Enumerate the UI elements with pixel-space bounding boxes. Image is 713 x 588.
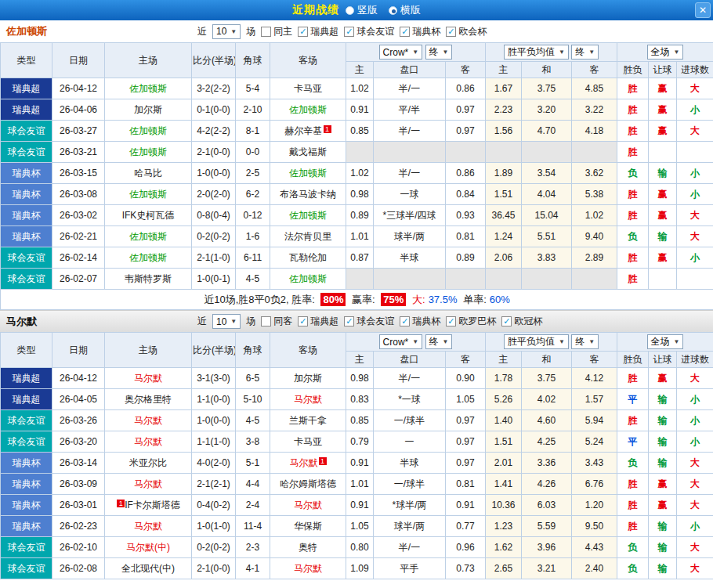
- league-filter[interactable]: ✓欧冠杯: [501, 315, 542, 328]
- match-count-select[interactable]: 10 ▼: [212, 314, 241, 329]
- result-outcome: 胜: [617, 368, 649, 389]
- away-team[interactable]: 马尔默: [290, 457, 318, 468]
- home-team-cell: 哈马比: [105, 163, 192, 184]
- away-team[interactable]: 加尔斯: [294, 373, 322, 384]
- league-filter[interactable]: ✓球会友谊: [344, 315, 394, 328]
- avg-source-select[interactable]: 胜平负均值 ▼: [504, 334, 569, 349]
- league-filter[interactable]: ✓球会友谊: [344, 25, 394, 38]
- layout-option-horizontal[interactable]: 横版: [389, 3, 421, 17]
- match-score: 4-0(2-0): [192, 453, 236, 474]
- avg-home-odds: 2.23: [486, 99, 522, 121]
- home-team[interactable]: 佐加顿斯: [129, 146, 167, 157]
- away-team[interactable]: 赫尔辛基: [285, 125, 323, 136]
- col-result-outcome: 胜负: [617, 62, 649, 78]
- league-filter[interactable]: ✓瑞典杯: [400, 315, 440, 328]
- away-team[interactable]: 布洛马波卡纳: [280, 189, 336, 200]
- odds-final-select[interactable]: 终 ▼: [425, 45, 453, 60]
- match-score: 1-0(1-0): [192, 516, 236, 537]
- fulltime-select[interactable]: 全场 ▼: [647, 334, 684, 349]
- odds-handicap: 平手: [374, 558, 446, 579]
- odds-away: 0.96: [446, 537, 486, 558]
- home-team[interactable]: 佐加顿斯: [129, 252, 167, 263]
- odds-source-select[interactable]: Crow* ▼: [379, 334, 423, 349]
- home-team[interactable]: 马尔默: [134, 478, 162, 489]
- away-team[interactable]: 佐加顿斯: [289, 104, 327, 115]
- avg-final-select[interactable]: 终 ▼: [571, 45, 599, 60]
- home-team[interactable]: 马尔默: [134, 415, 162, 426]
- odds-away: [446, 269, 486, 290]
- avg-home-odds: 2.06: [486, 247, 522, 269]
- avg-home-odds: 1.41: [486, 474, 522, 495]
- home-team[interactable]: 全北现代(中): [121, 563, 175, 574]
- home-team[interactable]: IF卡尔斯塔德: [125, 500, 180, 510]
- away-team[interactable]: 佐加顿斯: [289, 210, 327, 221]
- away-team[interactable]: 马尔默: [294, 500, 322, 510]
- away-team[interactable]: 卡马亚: [294, 83, 322, 94]
- league-filter[interactable]: ✓瑞典杯: [400, 25, 440, 38]
- home-team[interactable]: 奥尔格里特: [125, 394, 172, 405]
- away-team[interactable]: 奥特: [299, 542, 317, 553]
- away-team[interactable]: 华保斯: [294, 521, 322, 532]
- avg-source-select[interactable]: 胜平负均值 ▼: [504, 45, 569, 60]
- home-team[interactable]: 马尔默: [134, 521, 162, 532]
- league-filter[interactable]: ✓瑞典超: [298, 25, 338, 38]
- page-title: 近期战绩: [292, 3, 339, 17]
- col-header-away: 客场: [270, 43, 346, 78]
- away-team[interactable]: 佐加顿斯: [289, 273, 327, 284]
- home-team[interactable]: 佐加顿斯: [129, 125, 167, 136]
- chevron-down-icon: ▼: [588, 338, 595, 345]
- match-date: 26-02-10: [52, 537, 105, 558]
- away-team[interactable]: 法尔肯贝里: [284, 231, 331, 242]
- away-team[interactable]: 哈尔姆斯塔德: [280, 478, 336, 489]
- team-name: 佐加顿斯: [0, 24, 47, 38]
- away-team[interactable]: 卡马亚: [294, 436, 322, 447]
- match-score: 4-2(2-2): [192, 121, 236, 142]
- odds-source-select[interactable]: Crow* ▼: [379, 45, 423, 60]
- away-team[interactable]: 马尔默: [294, 563, 322, 574]
- avg-draw-odds: 4.02: [522, 389, 572, 410]
- avg-final-select[interactable]: 终 ▼: [571, 334, 599, 349]
- match-date: 26-02-08: [52, 558, 105, 579]
- home-team[interactable]: 马尔默: [134, 436, 162, 447]
- home-team[interactable]: 韦斯特罗斯: [125, 273, 172, 284]
- away-team[interactable]: 马尔默: [294, 394, 322, 405]
- avg-away-odds: 1.02: [572, 205, 617, 226]
- home-team[interactable]: 佐加顿斯: [129, 231, 167, 242]
- league-filter[interactable]: ✓欧会杯: [446, 25, 487, 38]
- away-team[interactable]: 佐加顿斯: [289, 168, 327, 179]
- match-score: 1-0(0-0): [192, 163, 236, 184]
- away-team[interactable]: 瓦勒伦加: [289, 252, 327, 263]
- layout-option-vertical[interactable]: 竖版: [346, 3, 378, 17]
- home-team-cell: 全北现代(中): [105, 558, 192, 579]
- chevron-down-icon: ▼: [412, 49, 418, 56]
- handicap-rate-badge: 75%: [381, 293, 406, 306]
- close-button[interactable]: ✕: [695, 2, 711, 18]
- league-type-badge: 瑞典杯: [1, 516, 52, 537]
- col-result-outcome: 胜负: [617, 352, 649, 368]
- match-count-select[interactable]: 10 ▼: [212, 24, 241, 39]
- home-team[interactable]: 加尔斯: [134, 104, 162, 115]
- checkbox-checked-icon: ✓: [400, 27, 410, 37]
- home-team[interactable]: 马尔默(中): [126, 542, 170, 553]
- fulltime-header-cell: 全场 ▼: [617, 43, 713, 62]
- league-filter[interactable]: ✓瑞典超: [298, 315, 338, 328]
- avg-source-value: 胜平负均值: [508, 335, 555, 348]
- home-team[interactable]: 马尔默: [134, 373, 162, 384]
- same-venue-filter[interactable]: 同客: [261, 315, 292, 328]
- fulltime-select[interactable]: 全场 ▼: [647, 45, 684, 60]
- home-team[interactable]: 米亚尔比: [129, 457, 167, 468]
- league-filter[interactable]: ✓欧罗巴杯: [446, 315, 496, 328]
- same-venue-filter[interactable]: 同主: [261, 25, 292, 38]
- match-date: 26-03-15: [52, 163, 105, 184]
- odds-handicap: 半/一: [374, 78, 446, 99]
- away-team[interactable]: 戴戈福斯: [289, 146, 327, 157]
- home-team[interactable]: 佐加顿斯: [129, 83, 167, 94]
- odds-final-select[interactable]: 终 ▼: [425, 334, 453, 349]
- away-team[interactable]: 兰斯干拿: [289, 415, 327, 426]
- league-type-badge: 球会友谊: [1, 558, 52, 579]
- home-team[interactable]: 佐加顿斯: [129, 189, 167, 200]
- home-team[interactable]: 哈马比: [134, 168, 162, 179]
- match-score: 2-1(1-0): [192, 247, 236, 269]
- odds-source-value: Crow*: [383, 337, 409, 348]
- home-team[interactable]: IFK史柯瓦德: [122, 210, 175, 221]
